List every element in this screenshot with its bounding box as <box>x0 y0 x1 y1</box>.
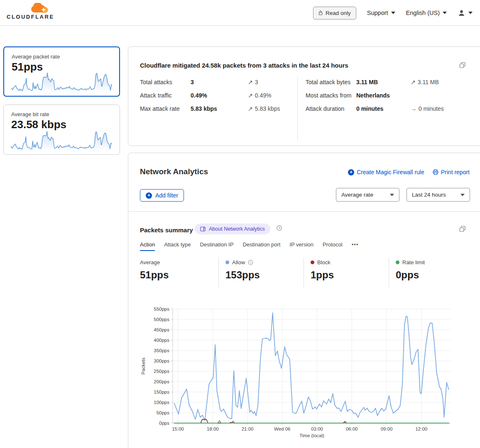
attack-summary-panel: Cloudflare mitigated 24.58k packets from… <box>128 46 480 146</box>
svg-text:18:00: 18:00 <box>207 426 219 431</box>
trend-up-icon: ↗ <box>248 79 253 85</box>
book-icon <box>200 226 206 231</box>
tab-destination-port[interactable]: Destination port <box>242 241 280 251</box>
card-average-packet-rate[interactable]: Average packet rate 51pps <box>3 46 120 97</box>
chevron-down-icon <box>390 194 394 196</box>
chevron-down-icon <box>391 12 395 14</box>
tab-destination-ip[interactable]: Destination IP <box>200 241 233 251</box>
svg-text:300pps: 300pps <box>154 358 169 363</box>
tab-ip-version[interactable]: IP version <box>289 241 313 251</box>
more-tabs-button[interactable]: ••• <box>352 241 359 251</box>
chevron-down-icon <box>468 12 473 14</box>
stat-row: Most attacks from Netherlands <box>306 91 444 100</box>
attack-summary-title: Cloudflare mitigated 24.58k packets from… <box>140 62 348 69</box>
read-only-label: Read only <box>326 10 351 16</box>
rate-limit-dot-icon <box>396 261 399 264</box>
svg-text:15:00: 15:00 <box>172 426 184 431</box>
svg-text:03:00: 03:00 <box>311 426 323 431</box>
create-magic-firewall-rule-link[interactable]: + Create Magic Firewall rule <box>348 169 424 175</box>
plus-icon: + <box>348 169 354 175</box>
duplicate-icon[interactable] <box>459 62 466 68</box>
bit-rate-sparkline <box>11 129 112 151</box>
stat-row: Attack traffic 0.49% ↗0.49% <box>140 91 280 100</box>
cloudflare-wordmark: CLOUDFLARE <box>7 14 52 20</box>
card-average-bit-rate[interactable]: Average bit rate 23.58 kbps <box>3 105 120 155</box>
history-clock-icon[interactable] <box>276 225 282 231</box>
about-network-analytics-badge[interactable]: About Network Analytics <box>195 224 270 234</box>
time-range-select[interactable]: Last 24 hours <box>407 188 470 202</box>
svg-text:450pps: 450pps <box>154 327 169 332</box>
attack-stats-right: Total attack bytes 3.11 MB ↗3.11 MB Most… <box>306 78 444 117</box>
legend-block[interactable]: Block 1pps <box>304 258 389 287</box>
block-dot-icon <box>311 261 314 264</box>
svg-text:350pps: 350pps <box>154 348 169 353</box>
divider <box>128 211 480 212</box>
cloudflare-logo[interactable]: CLOUDFLARE <box>7 3 52 20</box>
svg-text:12:00: 12:00 <box>415 426 427 431</box>
stat-row: Max attack rate 5.83 kbps ↗5.83 kbps <box>140 104 280 113</box>
svg-text:0pps: 0pps <box>159 421 169 426</box>
chevron-down-icon <box>460 194 465 196</box>
svg-text:Packets: Packets <box>141 358 146 375</box>
svg-text:250pps: 250pps <box>154 369 169 374</box>
cloudflare-cloud-icon <box>30 3 51 13</box>
duplicate-icon[interactable] <box>459 226 466 232</box>
svg-text:Wed 06: Wed 06 <box>274 426 290 431</box>
card-label: Average bit rate <box>11 111 112 117</box>
card-label: Average packet rate <box>12 54 112 60</box>
support-menu[interactable]: Support <box>367 10 395 16</box>
plus-icon: + <box>146 192 152 199</box>
legend-average: Average 51pps <box>140 258 218 287</box>
svg-text:Time (local): Time (local) <box>299 433 324 438</box>
read-only-badge[interactable]: Read only <box>313 7 356 19</box>
allow-dot-icon <box>225 261 229 264</box>
attack-stats-left: Total attacks 3 ↗3 Attack traffic 0.49% … <box>140 78 280 117</box>
user-icon <box>458 9 465 17</box>
tab-action[interactable]: Action <box>140 241 155 251</box>
svg-text:200pps: 200pps <box>154 379 169 384</box>
legend-rate-limit[interactable]: Rate limit 0pps <box>389 258 477 287</box>
svg-text:500pps: 500pps <box>154 317 169 322</box>
account-menu[interactable] <box>458 9 473 17</box>
network-analytics-title: Network Analytics <box>140 167 208 176</box>
add-filter-button[interactable]: + Add filter <box>140 189 184 202</box>
packets-summary-tabs: Action Attack type Destination IP Destin… <box>140 241 358 251</box>
svg-text:09:00: 09:00 <box>381 426 393 431</box>
packet-rate-sparkline <box>11 71 112 93</box>
svg-text:06:00: 06:00 <box>346 426 358 431</box>
network-analytics-panel: Network Analytics + Create Magic Firewal… <box>128 153 480 448</box>
info-icon[interactable] <box>248 260 253 265</box>
printer-icon <box>433 169 438 175</box>
tab-attack-type[interactable]: Attack type <box>164 241 191 251</box>
language-menu[interactable]: English (US) <box>406 10 447 16</box>
svg-text:550pps: 550pps <box>154 307 169 312</box>
chevron-down-icon <box>443 12 447 14</box>
packets-time-series-chart: 0pps50pps100pps150pps200pps250pps300pps3… <box>140 302 468 440</box>
stat-row: Total attacks 3 ↗3 <box>140 78 280 87</box>
lock-icon <box>318 10 323 15</box>
tab-protocol[interactable]: Protocol <box>323 241 343 251</box>
svg-text:150pps: 150pps <box>154 390 169 394</box>
trend-up-icon: ↗ <box>248 105 253 112</box>
svg-text:400pps: 400pps <box>154 338 169 343</box>
svg-text:21:00: 21:00 <box>242 426 254 431</box>
trend-right-icon: → <box>411 105 416 112</box>
stat-row: Attack duration 0 minutes →0 minutes <box>306 104 444 113</box>
top-nav-bar: CLOUDFLARE Read only Support English (US… <box>0 0 480 26</box>
trend-up-icon: ↗ <box>248 92 253 99</box>
svg-text:50pps: 50pps <box>157 410 170 415</box>
trend-up-icon: ↗ <box>411 79 416 85</box>
svg-text:100pps: 100pps <box>154 400 169 405</box>
divider <box>297 77 298 141</box>
print-report-link[interactable]: Print report <box>433 169 470 175</box>
packets-summary-title: Packets summary <box>140 226 193 234</box>
stat-row: Total attack bytes 3.11 MB ↗3.11 MB <box>306 78 444 87</box>
metric-select[interactable]: Average rate <box>336 188 399 202</box>
legend-allow[interactable]: Allow 153pps <box>218 258 304 287</box>
